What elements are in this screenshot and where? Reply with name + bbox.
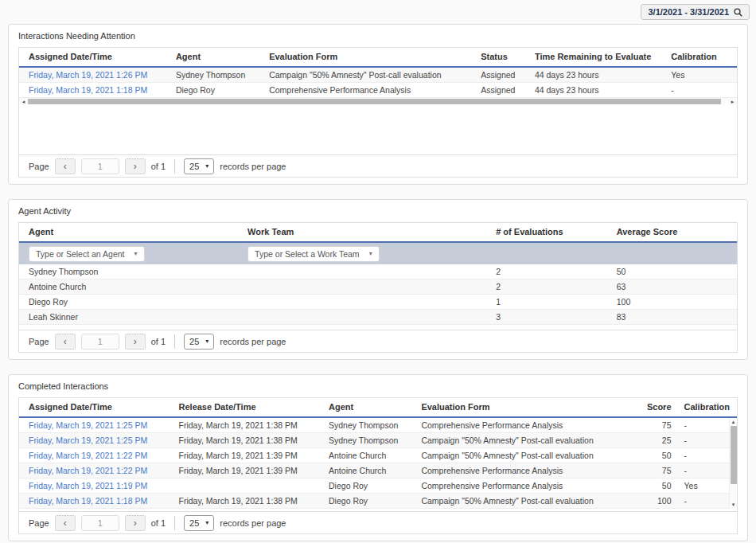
panel-title: Agent Activity [18, 206, 738, 216]
scrollbar-track[interactable] [28, 98, 728, 105]
attention-table-header: Assigned Date/Time Agent Evaluation Form… [19, 48, 737, 68]
next-page-button[interactable]: › [125, 515, 146, 531]
form-cell: Comprehensive Performance Analysis [411, 463, 635, 479]
search-icon [734, 8, 742, 17]
form-cell: Campaign "50% Amnesty" Post-call evaluat… [411, 494, 635, 509]
table-row: Friday, March 19, 2021 1:25 PM Friday, M… [19, 433, 737, 448]
scroll-left-icon[interactable]: ◂ [19, 98, 28, 105]
assigned-date-link[interactable]: Friday, March 19, 2021 1:18 PM [19, 83, 166, 98]
topbar: 3/1/2021 - 3/31/2021 [0, 0, 756, 24]
completed-table-header: Assigned Date/Time Release Date/Time Age… [19, 398, 737, 418]
scroll-right-icon[interactable]: ▸ [728, 98, 737, 105]
prev-page-button[interactable]: ‹ [55, 158, 76, 174]
assigned-date-link[interactable]: Friday, March 19, 2021 1:25 PM [19, 433, 170, 448]
of-pages-label: of 1 [151, 162, 166, 171]
table-row: Diego Roy 1 100 [19, 295, 737, 310]
agent-cell: Diego Roy [319, 479, 411, 494]
score-cell: 75 [636, 463, 675, 479]
assigned-date-link[interactable]: Friday, March 19, 2021 1:26 PM [19, 68, 166, 83]
of-pages-label: of 1 [151, 518, 166, 528]
page-number-input[interactable] [81, 334, 119, 350]
panel-title: Completed Interactions [18, 381, 738, 391]
assigned-date-link[interactable]: Friday, March 19, 2021 1:18 PM [19, 494, 170, 509]
calibration-cell: - [675, 463, 737, 479]
prev-page-button[interactable]: ‹ [55, 515, 76, 531]
agent-cell: Antoine Church [319, 448, 411, 463]
agent-filter-cell: Type or Select an Agent ▾ [19, 246, 238, 262]
page-size-value: 25 [189, 337, 199, 346]
table-row: Antoine Church 2 63 [19, 279, 737, 295]
vertical-scrollbar[interactable]: ▴ ▾ [729, 418, 737, 509]
table-row: Sydney Thompson 2 50 [19, 264, 737, 279]
score-cell: 25 [636, 433, 675, 448]
column-header-calibration: Calibration [675, 400, 737, 415]
page-size-select[interactable]: 25 ▾ [184, 158, 214, 174]
page-size-select[interactable]: 25 ▾ [184, 515, 214, 531]
page-size-value: 25 [189, 518, 199, 528]
horizontal-scrollbar[interactable]: ◂ ▸ [19, 98, 737, 105]
chevron-left-icon: ‹ [64, 518, 67, 529]
agent-cell: Antoine Church [19, 279, 238, 295]
next-page-button[interactable]: › [125, 158, 146, 174]
evaluations-cell: 1 [486, 295, 607, 310]
column-header-agent: Agent [319, 400, 411, 415]
average-score-cell: 83 [607, 310, 737, 325]
calibration-cell: Yes [661, 68, 737, 83]
scrollbar-thumb[interactable] [731, 426, 737, 484]
work-team-filter-select[interactable]: Type or Select a Work Team ▾ [247, 246, 380, 262]
agent-cell: Sydney Thompson [319, 433, 411, 448]
column-header-agent: Agent [19, 225, 238, 240]
page-label: Page [29, 518, 49, 528]
agent-activity-table-header: Agent Work Team # of Evaluations Average… [19, 223, 737, 243]
average-score-cell: 50 [607, 264, 737, 279]
panel-title: Interactions Needing Attention [18, 31, 738, 41]
scrollbar-track[interactable] [731, 426, 737, 501]
page-label: Page [29, 162, 49, 171]
average-score-cell: 100 [607, 295, 737, 310]
agent-cell: Diego Roy [319, 494, 411, 509]
table-row: Friday, March 19, 2021 1:19 PM Diego Roy… [19, 479, 737, 494]
work-team-filter-cell: Type or Select a Work Team ▾ [238, 246, 486, 262]
form-cell: Comprehensive Performance Analysis [411, 418, 635, 433]
release-date-cell: Friday, March 19, 2021 1:38 PM [170, 418, 320, 433]
date-range-button[interactable]: 3/1/2021 - 3/31/2021 [641, 4, 750, 20]
score-cell: 50 [636, 479, 675, 494]
assigned-date-link[interactable]: Friday, March 19, 2021 1:25 PM [19, 418, 170, 433]
status-cell: Assigned [471, 83, 525, 98]
scroll-down-icon[interactable]: ▾ [732, 501, 735, 509]
evaluations-cell: 3 [486, 310, 607, 325]
agent-cell: Sydney Thompson [166, 68, 259, 83]
calibration-cell: - [675, 494, 737, 509]
work-team-filter-placeholder: Type or Select a Work Team [255, 249, 360, 259]
chevron-down-icon: ▾ [205, 519, 208, 526]
score-cell: 75 [636, 418, 675, 433]
scroll-up-icon[interactable]: ▴ [732, 418, 735, 426]
calibration-cell: - [675, 448, 737, 463]
page-size-select[interactable]: 25 ▾ [184, 334, 214, 350]
chevron-right-icon: › [134, 518, 137, 529]
column-header-release: Release Date/Time [170, 400, 320, 415]
time-remaining-cell: 44 days 23 hours [525, 68, 661, 83]
assigned-date-link[interactable]: Friday, March 19, 2021 1:22 PM [19, 448, 170, 463]
chevron-down-icon: ▾ [134, 250, 138, 257]
scrollbar-thumb[interactable] [28, 99, 721, 104]
table-row: Friday, March 19, 2021 1:22 PM Friday, M… [19, 448, 737, 463]
form-cell: Campaign "50% Amnesty" Post-call evaluat… [411, 448, 635, 463]
prev-page-button[interactable]: ‹ [55, 334, 76, 350]
records-per-page-label: records per page [220, 337, 286, 346]
attention-pagination: Page ‹ › of 1 25 ▾ records per page [19, 154, 737, 177]
divider [174, 516, 175, 530]
chevron-left-icon: ‹ [64, 161, 67, 172]
page-number-input[interactable] [81, 515, 119, 531]
next-page-button[interactable]: › [125, 334, 146, 350]
score-cell: 100 [636, 494, 675, 509]
assigned-date-link[interactable]: Friday, March 19, 2021 1:22 PM [19, 463, 170, 479]
table-row: Friday, March 19, 2021 1:25 PM Friday, M… [19, 418, 737, 433]
agent-filter-select[interactable]: Type or Select an Agent ▾ [29, 246, 145, 262]
assigned-date-link[interactable]: Friday, March 19, 2021 1:19 PM [19, 479, 170, 494]
chevron-right-icon: › [134, 161, 137, 172]
release-date-cell: Friday, March 19, 2021 1:38 PM [170, 433, 320, 448]
page-number-input[interactable] [81, 158, 119, 174]
page-label: Page [29, 337, 49, 346]
table-row: Friday, March 19, 2021 1:18 PM Diego Roy… [19, 83, 737, 98]
